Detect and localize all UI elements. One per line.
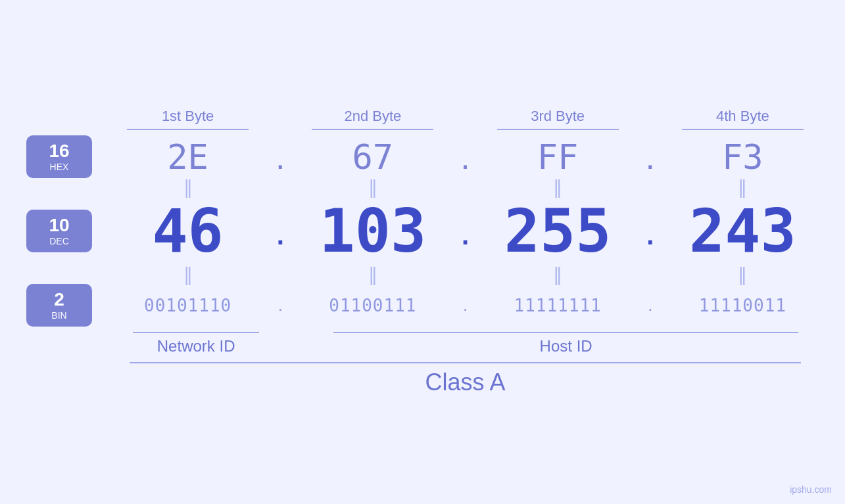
watermark: ipshu.com: [790, 484, 832, 495]
network-id-line: [133, 332, 259, 333]
hex-value-2: 67: [297, 137, 448, 177]
host-id-line: [333, 332, 798, 333]
bin-value-4: 11110011: [667, 296, 819, 315]
dec-dot-3: .: [634, 212, 667, 251]
bin-values-row: 00101110 . 01100111 . 11111111 . 1111001…: [112, 295, 819, 315]
bin-value-2: 01100111: [297, 296, 448, 315]
byte-col-1: 1st Byte: [112, 108, 264, 130]
host-id-section: Host ID: [313, 332, 819, 355]
bin-badge-number: 2: [54, 290, 64, 309]
eq2-3: ‖: [482, 265, 634, 284]
eq1-4: ‖: [667, 178, 819, 196]
hex-badge-label: HEX: [50, 162, 69, 172]
dec-dot-1: .: [264, 212, 297, 251]
byte-headers-row: 1st Byte 2nd Byte 3rd Byte 4th Byte: [26, 108, 819, 130]
class-row: Class A: [26, 362, 819, 396]
dec-value-4: 243: [667, 196, 819, 265]
hex-badge: 16 HEX: [26, 135, 92, 178]
byte-header-line-4: [682, 129, 804, 130]
byte-header-line-2: [312, 129, 433, 130]
id-dot-spacer: [280, 332, 313, 355]
hex-value-3: FF: [482, 137, 634, 177]
dec-badge: 10 DEC: [26, 210, 92, 252]
dec-dot-2: .: [449, 212, 482, 251]
hex-dot-1: .: [264, 137, 297, 177]
hex-dot-2: .: [449, 137, 482, 177]
bin-badge-label: BIN: [51, 310, 66, 321]
dec-values-row: 46 . 103 . 255 . 243: [112, 196, 819, 265]
equals-row-1: ‖ ‖ ‖ ‖: [26, 178, 819, 196]
byte-header-4: 4th Byte: [716, 108, 769, 125]
dec-badge-label: DEC: [49, 236, 69, 246]
host-id-label: Host ID: [540, 337, 592, 355]
bin-dot-1: .: [264, 295, 297, 315]
dec-badge-number: 10: [49, 216, 69, 235]
class-label: Class A: [425, 369, 505, 396]
dec-value-2: 103: [297, 196, 448, 265]
class-line: [130, 362, 801, 363]
byte-header-2: 2nd Byte: [344, 108, 401, 125]
bin-value-1: 00101110: [112, 296, 264, 315]
network-id-label: Network ID: [157, 337, 235, 355]
class-section: Class A: [112, 362, 819, 396]
byte-col-3: 3rd Byte: [482, 108, 634, 130]
equals-row-2: ‖ ‖ ‖ ‖: [26, 265, 819, 284]
hex-value-4: F3: [667, 137, 819, 177]
network-id-section: Network ID: [112, 332, 280, 355]
byte-header-1: 1st Byte: [162, 108, 214, 125]
byte-header-3: 3rd Byte: [531, 108, 585, 125]
main-container: 1st Byte 2nd Byte 3rd Byte 4th Byte 16: [0, 0, 845, 504]
bin-row: 2 BIN 00101110 . 01100111 . 11111111 .: [26, 284, 819, 327]
hex-badge-number: 16: [49, 142, 69, 160]
bin-dot-2: .: [449, 295, 482, 315]
hex-dot-3: .: [634, 137, 667, 177]
hex-values-row: 2E . 67 . FF . F3: [112, 137, 819, 177]
byte-columns: 1st Byte 2nd Byte 3rd Byte 4th Byte: [112, 108, 819, 130]
eq2-4: ‖: [667, 265, 819, 284]
hex-row: 16 HEX 2E . 67 . FF . F3: [26, 135, 819, 178]
byte-col-4: 4th Byte: [667, 108, 819, 130]
id-sections: Network ID Host ID: [112, 332, 819, 355]
dec-row: 10 DEC 46 . 103 . 255 . 243: [26, 196, 819, 265]
byte-header-line-1: [127, 129, 249, 130]
bin-dot-3: .: [634, 295, 667, 315]
id-labels-row: Network ID Host ID: [26, 332, 819, 355]
dec-value-1: 46: [112, 196, 264, 265]
eq1-3: ‖: [482, 178, 634, 196]
dec-value-3: 255: [482, 196, 634, 265]
eq2-1: ‖: [112, 265, 264, 284]
eq2-2: ‖: [297, 265, 448, 284]
byte-col-2: 2nd Byte: [297, 108, 448, 130]
bin-value-3: 11111111: [482, 296, 634, 315]
eq1-2: ‖: [297, 178, 448, 196]
hex-value-1: 2E: [112, 137, 264, 177]
bin-badge: 2 BIN: [26, 284, 92, 327]
eq1-1: ‖: [112, 178, 264, 196]
byte-header-line-3: [497, 129, 619, 130]
